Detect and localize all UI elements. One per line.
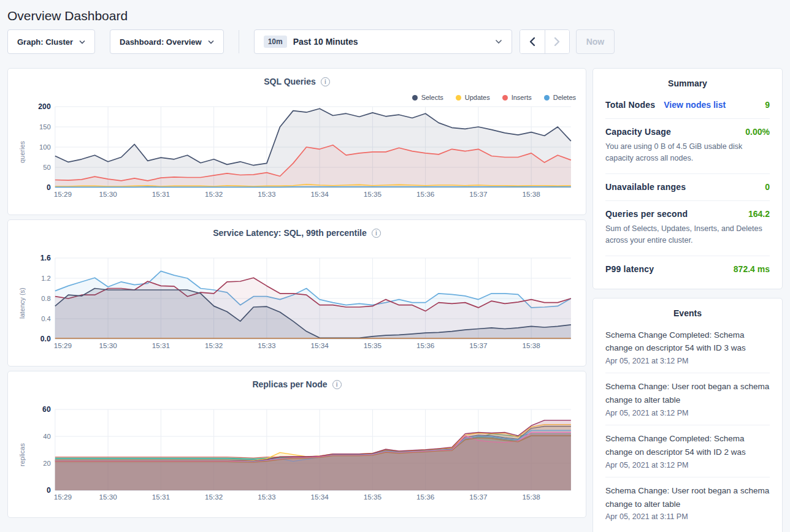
dashboard-dropdown[interactable]: Dashboard: Overview: [110, 29, 224, 54]
event-text: Schema Change: User root began a schema …: [605, 484, 770, 511]
event-timestamp: Apr 05, 2021 at 3:12 PM: [605, 409, 770, 417]
legend-label: Updates: [465, 94, 490, 101]
event-list-item: Schema Change: User root began a schema …: [605, 477, 770, 529]
svg-text:15:35: 15:35: [364, 341, 382, 349]
svg-text:15:32: 15:32: [205, 493, 223, 501]
svg-text:15:36: 15:36: [416, 341, 434, 349]
replicas-per-node-chart[interactable]: 15:2915:3015:3115:3215:3315:3415:3515:36…: [26, 406, 576, 504]
queries-per-second-value: 164.2: [748, 209, 770, 219]
svg-text:0: 0: [47, 486, 51, 495]
replicas-ylabel: replicas: [18, 406, 26, 504]
svg-text:15:29: 15:29: [54, 493, 72, 501]
svg-text:15:34: 15:34: [310, 493, 329, 501]
svg-text:15:38: 15:38: [523, 493, 540, 501]
svg-text:15:33: 15:33: [258, 493, 275, 501]
svg-text:15:34: 15:34: [310, 190, 329, 198]
graph-dropdown-label: Graph: Cluster: [17, 37, 73, 47]
svg-text:15:37: 15:37: [469, 341, 487, 349]
total-nodes-label: Total Nodes: [605, 100, 655, 110]
legend-item-updates[interactable]: Updates: [456, 93, 490, 102]
toolbar: Graph: Cluster Dashboard: Overview 10m P…: [7, 29, 783, 54]
total-nodes-value: 9: [765, 100, 770, 110]
p99-latency-label: P99 latency: [605, 264, 654, 274]
svg-text:15:29: 15:29: [54, 341, 72, 349]
page-title: Overview Dashboard: [7, 0, 783, 29]
info-icon[interactable]: i: [321, 77, 330, 86]
p99-latency-value: 872.4 ms: [734, 264, 770, 274]
event-list-item: Schema Change Completed: Schema change o…: [605, 322, 770, 373]
svg-text:15:36: 15:36: [416, 190, 434, 198]
info-icon[interactable]: i: [372, 229, 381, 238]
sql-queries-chart[interactable]: 15:2915:3015:3115:3215:3315:3415:3515:36…: [26, 103, 576, 201]
legend-label: Inserts: [512, 94, 532, 101]
chevron-down-icon: [495, 39, 502, 44]
unavailable-ranges-value: 0: [765, 182, 770, 192]
sql-queries-ylabel: queries: [18, 103, 26, 201]
next-timespan-button[interactable]: [545, 30, 569, 53]
summary-row-p99-latency: P99 latency 872.4 ms: [605, 256, 770, 283]
svg-text:15:30: 15:30: [99, 341, 117, 349]
svg-text:50: 50: [43, 164, 50, 171]
svg-text:15:33: 15:33: [258, 190, 275, 198]
info-icon[interactable]: i: [332, 380, 342, 389]
view-nodes-list-link[interactable]: View nodes list: [664, 100, 726, 110]
legend-dot: [502, 95, 508, 101]
legend-label: Selects: [421, 94, 443, 101]
overview-dashboard-page: Overview Dashboard Graph: Cluster Dashbo…: [0, 0, 790, 532]
svg-text:15:29: 15:29: [54, 190, 72, 198]
svg-text:15:38: 15:38: [523, 190, 540, 198]
sql-queries-title: SQL Queries: [264, 77, 316, 86]
legend-item-inserts[interactable]: Inserts: [502, 93, 532, 102]
events-title: Events: [605, 298, 770, 322]
svg-text:1.6: 1.6: [40, 254, 51, 262]
legend-dot: [456, 95, 461, 101]
summary-row-total-nodes: Total Nodes View nodes list 9: [605, 92, 770, 118]
event-text: Schema Change Completed: Schema change o…: [605, 329, 770, 355]
summary-panel: Summary Total Nodes View nodes list 9 Ca…: [592, 68, 783, 289]
svg-text:15:38: 15:38: [523, 341, 540, 349]
replicas-per-node-panel: Replicas per Node i replicas 15:2915:301…: [7, 371, 586, 518]
sidebar: Summary Total Nodes View nodes list 9 Ca…: [592, 68, 783, 532]
event-timestamp: Apr 05, 2021 at 3:11 PM: [605, 512, 770, 521]
summary-row-capacity: Capacity Usage 0.00% You are using 0 B o…: [605, 118, 770, 173]
events-panel: Events Schema Change Completed: Schema c…: [592, 298, 783, 532]
capacity-usage-label: Capacity Usage: [605, 127, 671, 137]
sql-queries-legend: Selects Updates Inserts Deletes: [18, 93, 576, 102]
chevron-down-icon: [79, 40, 85, 44]
service-latency-panel: Service Latency: SQL, 99th percentile i …: [7, 219, 586, 367]
service-latency-chart[interactable]: 15:2915:3015:3115:3215:3315:3415:3515:36…: [26, 254, 576, 352]
event-list-item: Schema Change: User root began a schema …: [605, 373, 770, 425]
previous-timespan-button[interactable]: [520, 30, 545, 53]
chevron-down-icon: [208, 40, 214, 44]
service-latency-ylabel: latency (s): [18, 254, 26, 352]
svg-text:60: 60: [42, 406, 51, 414]
legend-item-selects[interactable]: Selects: [412, 93, 443, 102]
legend-label: Deletes: [553, 94, 576, 101]
event-text: Schema Change Completed: Schema change o…: [605, 432, 770, 459]
now-button[interactable]: Now: [576, 29, 615, 54]
graph-dropdown[interactable]: Graph: Cluster: [7, 29, 95, 54]
svg-text:15:31: 15:31: [152, 341, 170, 349]
summary-row-unavailable-ranges: Unavailable ranges 0: [605, 173, 770, 200]
svg-text:15:35: 15:35: [364, 493, 382, 501]
sql-queries-panel: SQL Queries i Selects Updates: [7, 68, 586, 215]
legend-item-deletes[interactable]: Deletes: [544, 93, 576, 102]
event-timestamp: Apr 05, 2021 at 3:12 PM: [605, 461, 770, 469]
charts-column: SQL Queries i Selects Updates: [7, 68, 586, 518]
time-range-badge: 10m: [264, 36, 287, 48]
svg-text:15:31: 15:31: [152, 493, 170, 501]
svg-text:15:32: 15:32: [205, 341, 223, 349]
queries-per-second-label: Queries per second: [605, 209, 688, 219]
svg-text:0.8: 0.8: [41, 295, 51, 302]
summary-row-qps: Queries per second 164.2 Sum of Selects,…: [605, 200, 770, 256]
event-list-item: Schema Change Completed: Schema change o…: [605, 425, 770, 477]
svg-text:15:31: 15:31: [152, 190, 170, 198]
event-text: Schema Change: User root began a schema …: [605, 380, 770, 407]
svg-text:15:32: 15:32: [205, 190, 223, 198]
time-range-selector[interactable]: 10m Past 10 Minutes: [254, 29, 512, 54]
svg-text:15:30: 15:30: [99, 493, 117, 501]
svg-text:0.4: 0.4: [41, 315, 51, 322]
svg-text:0.0: 0.0: [40, 335, 51, 343]
event-timestamp: Apr 05, 2021 at 3:12 PM: [605, 357, 770, 365]
unavailable-ranges-label: Unavailable ranges: [605, 182, 686, 192]
